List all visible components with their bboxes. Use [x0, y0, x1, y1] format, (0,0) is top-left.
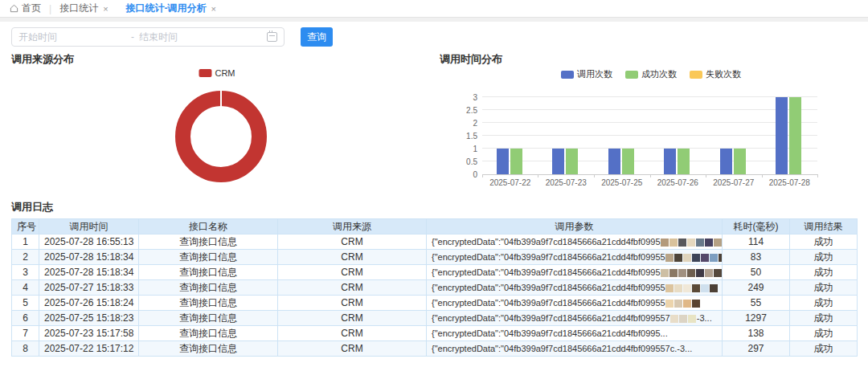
x-axis-tick — [650, 174, 651, 177]
x-axis-tick — [706, 174, 706, 177]
bar-成功次数[interactable] — [734, 149, 746, 174]
redacted-block — [669, 239, 678, 247]
param-text: {"encryptedData":"04fb399a9f7cd1845666a2… — [432, 283, 665, 292]
x-axis-tick — [594, 174, 595, 177]
cell-time: 2025-07-26 15:18:24 — [39, 296, 139, 311]
cell-duration: 297 — [723, 341, 790, 357]
cell-time: 2025-07-28 16:55:13 — [39, 234, 139, 250]
y-axis-tick-label: 0.5 — [466, 157, 477, 166]
redacted-block — [719, 254, 723, 262]
redacted-block — [665, 284, 674, 292]
cell-api: 查询接口信息 — [139, 280, 278, 296]
close-icon[interactable]: × — [211, 4, 216, 14]
call-log-table: 序号调用时间接口名称调用来源调用参数耗时(毫秒)调用结果 12025-07-28… — [11, 218, 858, 357]
cell-source: CRM — [278, 234, 427, 250]
cell-time: 2025-07-23 15:17:58 — [39, 326, 139, 341]
legend-label: 失败次数 — [706, 68, 741, 80]
redacted-block — [678, 269, 686, 277]
cell-source: CRM — [278, 296, 427, 311]
cell-api: 查询接口信息 — [139, 311, 278, 326]
param-suffix: -3... — [677, 344, 692, 353]
bar-成功次数[interactable] — [622, 149, 634, 174]
pie-chart-title: 调用来源分布 — [11, 52, 74, 67]
y-axis-tick-label: 0 — [473, 170, 477, 179]
redacted-block — [674, 284, 682, 292]
param-text: {"encryptedData":"04fb399a9f7cd1845666a2… — [432, 252, 665, 262]
log-section-title: 调用日志 — [11, 200, 868, 214]
close-icon[interactable]: × — [103, 4, 108, 14]
x-axis-tick — [817, 174, 818, 177]
cell-api: 查询接口信息 — [139, 234, 278, 250]
redacted-block — [705, 239, 713, 247]
date-range-picker[interactable]: 开始时间 - 结束时间 — [11, 27, 285, 47]
redacted-block — [696, 239, 704, 247]
bar-成功次数[interactable] — [566, 149, 578, 174]
table-row: 62025-07-25 15:18:23查询接口信息CRM{"encrypted… — [12, 311, 858, 326]
legend-swatch — [690, 71, 702, 79]
column-header: 调用参数 — [427, 219, 723, 234]
x-axis-tick-label: 2025-07-25 — [594, 178, 650, 187]
page: 首页 | 接口统计 × 接口统计-调用分析 × 开始时间 - 结束时间 查询 调… — [0, 0, 868, 367]
x-axis-tick — [762, 174, 763, 177]
y-axis-tick-label: 1.5 — [466, 132, 477, 141]
bar-调用次数[interactable] — [608, 149, 620, 174]
legend-item[interactable]: CRM — [199, 68, 235, 78]
cell-source: CRM — [278, 265, 427, 280]
bar-chart-panel: 调用时间分布 调用次数成功次数失败次数 00.511.522.532025-07… — [434, 47, 868, 195]
cell-result: 成功 — [790, 311, 858, 326]
tab-label: 接口统计-调用分析 — [126, 2, 207, 15]
redacted-block — [705, 269, 713, 277]
cell-param: {"encryptedData":"04fb399a9f7cd1845666a2… — [427, 341, 723, 357]
bar-调用次数[interactable] — [497, 149, 509, 174]
tab-interface-stats[interactable]: 接口统计 × — [59, 2, 108, 15]
table-row: 82025-07-22 15:17:12查询接口信息CRM{"encrypted… — [12, 341, 858, 357]
tab-bar: 首页 | 接口统计 × 接口统计-调用分析 × — [0, 0, 868, 17]
cell-result: 成功 — [790, 234, 858, 250]
cell-no: 1 — [12, 234, 39, 250]
bar-调用次数[interactable] — [776, 97, 788, 174]
tab-call-analysis[interactable]: 接口统计-调用分析 × — [126, 2, 216, 15]
legend-item[interactable]: 调用次数 — [561, 68, 612, 80]
cell-no: 4 — [12, 280, 39, 296]
bar-series-area: 2025-07-222025-07-232025-07-252025-07-26… — [482, 97, 817, 174]
redacted-block — [701, 284, 709, 292]
redacted-block — [678, 239, 686, 247]
cell-source: CRM — [278, 311, 427, 326]
end-date-input[interactable]: 结束时间 — [139, 31, 267, 44]
bar-成功次数[interactable] — [510, 149, 522, 174]
column-header: 耗时(毫秒) — [723, 219, 790, 234]
redacted-block — [674, 300, 682, 308]
start-date-input[interactable]: 开始时间 — [18, 31, 131, 44]
x-axis-tick-label: 2025-07-27 — [706, 178, 762, 187]
cell-param: {"encryptedData":"04fb399a9f7cd1845666a2… — [427, 250, 723, 265]
param-text: {"encryptedData":"04fb399a9f7cd1845666a2… — [432, 328, 661, 338]
bar-category-group: 2025-07-25 — [594, 97, 650, 174]
legend-swatch — [199, 69, 211, 77]
x-axis-tick-label: 2025-07-22 — [482, 178, 538, 187]
bar-调用次数[interactable] — [664, 149, 676, 174]
tab-home[interactable]: 首页 — [10, 2, 41, 15]
legend-item[interactable]: 成功次数 — [625, 68, 677, 80]
legend-swatch — [561, 71, 574, 79]
param-text: {"encryptedData":"04fb399a9f7cd1845666a2… — [432, 313, 670, 323]
bar-成功次数[interactable] — [678, 149, 690, 174]
cell-api: 查询接口信息 — [139, 341, 278, 357]
redacted-block — [674, 254, 682, 262]
legend-item[interactable]: 失败次数 — [690, 68, 741, 80]
cell-time: 2025-07-28 15:18:34 — [39, 250, 139, 265]
cell-time: 2025-07-25 15:18:23 — [39, 311, 139, 326]
x-axis-tick-label: 2025-07-28 — [762, 178, 818, 187]
query-button[interactable]: 查询 — [301, 27, 333, 47]
donut-chart[interactable] — [175, 91, 267, 182]
pie-legend: CRM — [199, 68, 235, 78]
cell-duration: 83 — [723, 250, 790, 265]
bar-chart[interactable]: 00.511.522.532025-07-222025-07-232025-07… — [482, 97, 817, 175]
charts-row: 调用来源分布 CRM 调用时间分布 调用次数成功次数失败次数 00.511.52… — [0, 47, 868, 195]
bar-成功次数[interactable] — [789, 97, 801, 174]
cell-source: CRM — [278, 326, 427, 341]
bar-调用次数[interactable] — [720, 149, 732, 174]
cell-api: 查询接口信息 — [139, 265, 278, 280]
redacted-block — [665, 254, 674, 262]
cell-result: 成功 — [790, 265, 858, 280]
bar-调用次数[interactable] — [552, 149, 564, 174]
